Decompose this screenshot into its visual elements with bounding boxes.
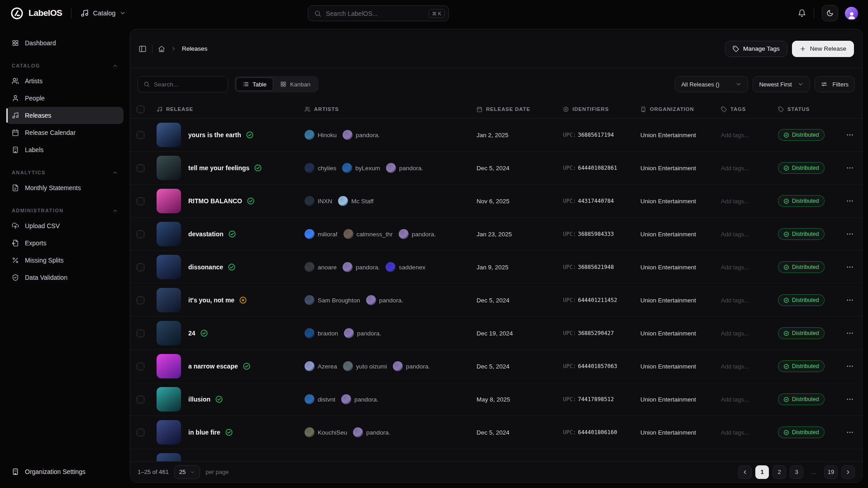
table-row[interactable]: dissonance anoare pandora. [130, 251, 862, 284]
row-menu-button[interactable] [844, 129, 856, 141]
row-menu-button[interactable] [844, 195, 856, 207]
sidebar-section-header[interactable]: Analytics [6, 166, 124, 179]
artist-chip[interactable]: saddenex [386, 262, 425, 272]
artist-chip[interactable]: Azerea [305, 361, 337, 371]
artist-chip[interactable]: anoare [305, 262, 337, 272]
page-button[interactable]: ... [807, 465, 820, 479]
prev-page-button[interactable] [738, 465, 752, 479]
theme-toggle-button[interactable] [822, 5, 838, 21]
catalog-nav-dropdown[interactable]: Catalog [81, 9, 126, 17]
row-menu-button[interactable] [844, 393, 856, 405]
artist-chip[interactable]: pandora. [343, 130, 380, 140]
add-tags-field[interactable]: Add tags... [721, 363, 778, 370]
add-tags-field[interactable]: Add tags... [721, 396, 778, 403]
artist-chip[interactable]: chylies [305, 163, 336, 173]
notifications-button[interactable] [798, 9, 806, 17]
release-filter-select[interactable]: All Releases () [675, 76, 748, 92]
add-tags-field[interactable]: Add tags... [721, 231, 778, 238]
artist-chip[interactable]: Mc Staff [338, 196, 373, 206]
add-tags-field[interactable]: Add tags... [721, 330, 778, 337]
sidebar-item[interactable]: Artists [6, 72, 124, 90]
page-button[interactable]: 1 [755, 465, 769, 479]
table-row[interactable]: RITMO BALANCO INXN Mc Staff [130, 185, 862, 218]
row-menu-button[interactable] [844, 261, 856, 273]
add-tags-field[interactable]: Add tags... [721, 429, 778, 436]
sidebar-item[interactable]: Upload CSV [6, 217, 124, 234]
artist-chip[interactable]: INXN [305, 196, 332, 206]
row-checkbox[interactable] [137, 230, 144, 238]
user-avatar[interactable] [845, 7, 858, 20]
artist-chip[interactable]: pandora. [341, 394, 378, 404]
sidebar-item[interactable]: People [6, 90, 124, 107]
sidebar-item[interactable]: Monthly Statements [6, 179, 124, 196]
add-tags-field[interactable]: Add tags... [721, 132, 778, 139]
row-checkbox[interactable] [137, 164, 144, 172]
sidebar-section-header[interactable]: Administration [6, 204, 124, 217]
artist-chip[interactable]: Sam Broughton [305, 295, 360, 305]
manage-tags-button[interactable]: Manage Tags [725, 41, 787, 57]
sidebar-item-dashboard[interactable]: Dashboard [6, 34, 124, 52]
row-checkbox[interactable] [137, 297, 144, 304]
row-menu-button[interactable] [844, 228, 856, 240]
sidebar-section-header[interactable]: Catalog [6, 59, 124, 72]
sidebar-item[interactable]: Labels [6, 141, 124, 158]
artist-chip[interactable]: byLexum [342, 163, 380, 173]
artist-chip[interactable]: pandora. [393, 361, 430, 371]
new-release-button[interactable]: New Release [792, 41, 854, 57]
artist-chip[interactable]: calmness_thr [343, 229, 393, 239]
row-checkbox[interactable] [137, 131, 144, 139]
artist-chip[interactable]: pandora. [343, 262, 380, 272]
artist-chip[interactable]: distvnt [305, 394, 335, 404]
row-menu-button[interactable] [844, 327, 856, 339]
table-row[interactable]: it's you, not me Sam Broughton pandora. [130, 284, 862, 317]
row-checkbox[interactable] [137, 429, 144, 436]
table-row[interactable]: illusion distvnt pandora. [130, 383, 862, 416]
table-row[interactable]: tell me your feelings chylies byLexum [130, 152, 862, 185]
row-checkbox[interactable] [137, 396, 144, 403]
sidebar-item[interactable]: Missing Splits [6, 252, 124, 269]
row-menu-button[interactable] [844, 426, 856, 438]
next-page-button[interactable] [841, 465, 855, 479]
artist-chip[interactable]: KouchiSeu [305, 427, 347, 437]
page-button[interactable]: 3 [790, 465, 803, 479]
filters-button[interactable]: Filters [815, 76, 855, 92]
table-row[interactable]: 24 braxton pandora. [130, 317, 862, 350]
global-search-input[interactable] [326, 10, 424, 17]
add-tags-field[interactable]: Add tags... [721, 165, 778, 172]
sidebar-item[interactable]: Data Validation [6, 269, 124, 286]
table-row[interactable]: a narrow escape Azerea yuto oizumi [130, 350, 862, 383]
table-search[interactable] [138, 76, 228, 92]
row-menu-button[interactable] [844, 360, 856, 372]
artist-chip[interactable]: yuto oizumi [343, 361, 387, 371]
table-row[interactable]: in blue fire KouchiSeu pandora. [130, 416, 862, 449]
add-tags-field[interactable]: Add tags... [721, 198, 778, 205]
select-all-checkbox[interactable] [137, 105, 144, 113]
artist-chip[interactable]: pandora. [353, 427, 390, 437]
artist-chip[interactable]: milioraf [305, 229, 338, 239]
artist-chip[interactable]: pandora. [344, 328, 381, 338]
add-tags-field[interactable]: Add tags... [721, 264, 778, 271]
row-checkbox[interactable] [137, 263, 144, 271]
artist-chip[interactable]: braxton [305, 328, 338, 338]
table-row[interactable]: yours is the earth Hinoku pandora. [130, 119, 862, 152]
row-checkbox[interactable] [137, 197, 144, 205]
organization-settings[interactable]: Organization Settings [6, 463, 124, 481]
table-search-input[interactable] [154, 81, 222, 88]
sidebar-item[interactable]: Exports [6, 234, 124, 252]
artist-chip[interactable]: pandora. [366, 295, 403, 305]
sidebar-item[interactable]: Release Calendar [6, 124, 124, 141]
page-button[interactable]: 19 [824, 465, 838, 479]
artist-chip[interactable]: pandora. [399, 229, 436, 239]
row-menu-button[interactable] [844, 294, 856, 306]
page-size-select[interactable]: 25 [174, 465, 200, 479]
table-row[interactable]: devastation milioraf calmness_thr [130, 218, 862, 251]
table-row-partial[interactable] [130, 449, 862, 461]
view-kanban-tab[interactable]: Kanban [273, 77, 317, 91]
row-checkbox[interactable] [137, 330, 144, 337]
page-button[interactable]: 2 [773, 465, 786, 479]
view-table-tab[interactable]: Table [236, 77, 273, 91]
sidebar-toggle-button[interactable] [138, 45, 147, 53]
artist-chip[interactable]: pandora. [386, 163, 423, 173]
row-checkbox[interactable] [137, 363, 144, 370]
artist-chip[interactable]: Hinoku [305, 130, 337, 140]
